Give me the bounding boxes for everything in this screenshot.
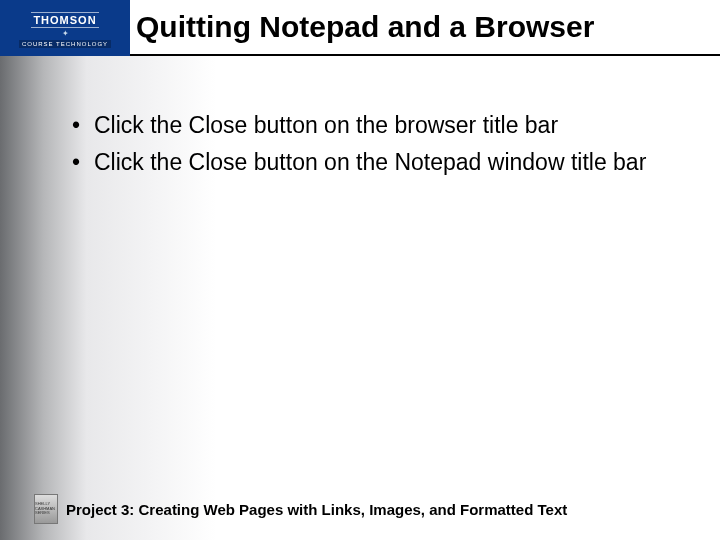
header: THOMSON ✦ COURSE TECHNOLOGY Quitting Not… [0, 0, 720, 56]
star-icon: ✦ [62, 30, 69, 38]
publisher-logo: THOMSON ✦ COURSE TECHNOLOGY [0, 0, 130, 56]
logo-brand-text: THOMSON [31, 12, 98, 28]
series-logo-icon: SHELLY CASHMAN SERIES [34, 494, 58, 524]
footer-text: Project 3: Creating Web Pages with Links… [66, 501, 567, 518]
bullet-list: Click the Close button on the browser ti… [72, 110, 680, 178]
body-content: Click the Close button on the browser ti… [72, 110, 680, 184]
logo-sub-text: COURSE TECHNOLOGY [19, 40, 111, 48]
list-item: Click the Close button on the browser ti… [72, 110, 680, 141]
slide-title: Quitting Notepad and a Browser [136, 10, 594, 44]
list-item: Click the Close button on the Notepad wi… [72, 147, 680, 178]
footer: SHELLY CASHMAN SERIES Project 3: Creatin… [34, 494, 700, 524]
title-area: Quitting Notepad and a Browser [130, 0, 720, 56]
series-logo-text: SHELLY CASHMAN SERIES [35, 502, 57, 515]
slide: THOMSON ✦ COURSE TECHNOLOGY Quitting Not… [0, 0, 720, 540]
